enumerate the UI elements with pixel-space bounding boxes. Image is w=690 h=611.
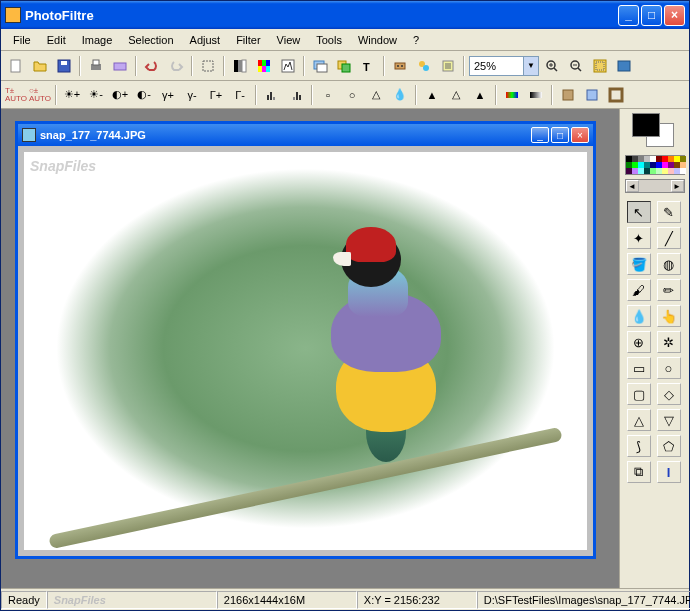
- zoom-select[interactable]: 25% ▼: [469, 56, 539, 76]
- grayscale-icon[interactable]: [229, 55, 251, 77]
- gamma-plus-icon[interactable]: γ+: [157, 84, 179, 106]
- lasso-icon[interactable]: ⟆: [627, 435, 651, 457]
- selection-rect-icon[interactable]: [197, 55, 219, 77]
- document-titlebar[interactable]: snap_177_7744.JPG _ □ ×: [18, 124, 593, 146]
- sharpen-icon[interactable]: ▫: [317, 84, 339, 106]
- palette-icon[interactable]: [253, 55, 275, 77]
- photo-mask-icon[interactable]: [581, 84, 603, 106]
- hue-icon[interactable]: ▲: [421, 84, 443, 106]
- levels-icon[interactable]: [277, 55, 299, 77]
- redo-icon[interactable]: [165, 55, 187, 77]
- menu-image[interactable]: Image: [74, 32, 121, 48]
- relief-icon[interactable]: ▲: [469, 84, 491, 106]
- frame-icon[interactable]: [605, 84, 627, 106]
- mdi-area[interactable]: snap_177_7744.JPG _ □ × SnapFiles: [1, 109, 619, 588]
- sharp-tool-icon[interactable]: ✲: [657, 331, 681, 353]
- magic-wand-icon[interactable]: ✦: [627, 227, 651, 249]
- spray-icon[interactable]: ◍: [657, 253, 681, 275]
- fit-window-icon[interactable]: [589, 55, 611, 77]
- gradient-icon[interactable]: [501, 84, 523, 106]
- print-icon[interactable]: [85, 55, 107, 77]
- sharpen-more-icon[interactable]: △: [365, 84, 387, 106]
- auto-contrast-icon[interactable]: ○±AUTO: [29, 84, 51, 106]
- menu-edit[interactable]: Edit: [39, 32, 74, 48]
- menu-file[interactable]: File: [5, 32, 39, 48]
- layers-icon[interactable]: [333, 55, 355, 77]
- line-icon[interactable]: ╱: [657, 227, 681, 249]
- zoom-out-icon[interactable]: [565, 55, 587, 77]
- soften-icon[interactable]: 💧: [389, 84, 411, 106]
- new-icon[interactable]: [5, 55, 27, 77]
- bright-minus-icon[interactable]: ☀-: [85, 84, 107, 106]
- smudge-icon[interactable]: 👆: [657, 305, 681, 327]
- eyedropper-icon[interactable]: ✎: [657, 201, 681, 223]
- svg-rect-43: [610, 89, 622, 101]
- menu-adjust[interactable]: Adjust: [182, 32, 229, 48]
- color-swatches[interactable]: [632, 113, 678, 151]
- bright-plus-icon[interactable]: ☀+: [61, 84, 83, 106]
- open-icon[interactable]: [29, 55, 51, 77]
- menu-window[interactable]: Window: [350, 32, 405, 48]
- dust-icon[interactable]: △: [445, 84, 467, 106]
- minimize-button[interactable]: _: [618, 5, 639, 26]
- titlebar[interactable]: PhotoFiltre _ □ ×: [1, 1, 689, 29]
- blur-icon[interactable]: ○: [341, 84, 363, 106]
- scroll-right-icon[interactable]: ►: [671, 180, 684, 192]
- scroll-left-icon[interactable]: ◄: [626, 180, 639, 192]
- rounded-rect-icon[interactable]: ▢: [627, 383, 651, 405]
- diamond-icon[interactable]: ◇: [657, 383, 681, 405]
- document-window[interactable]: snap_177_7744.JPG _ □ × SnapFiles: [15, 121, 596, 559]
- contrast-plus-icon[interactable]: ◐+: [109, 84, 131, 106]
- hist-right-icon[interactable]: [285, 84, 307, 106]
- svg-text:T: T: [363, 61, 370, 73]
- menu-view[interactable]: View: [269, 32, 309, 48]
- menu-selection[interactable]: Selection: [120, 32, 181, 48]
- doc-close-button[interactable]: ×: [571, 127, 589, 143]
- options-icon[interactable]: [437, 55, 459, 77]
- sat-plus-icon[interactable]: Γ+: [205, 84, 227, 106]
- plugin-icon[interactable]: [389, 55, 411, 77]
- chevron-down-icon[interactable]: ▼: [523, 57, 538, 75]
- hist-left-icon[interactable]: [261, 84, 283, 106]
- image-canvas[interactable]: SnapFiles: [18, 146, 593, 556]
- nudge-icon[interactable]: ⧉: [627, 461, 651, 483]
- zoom-in-icon[interactable]: [541, 55, 563, 77]
- menu-help[interactable]: ?: [405, 32, 427, 48]
- svg-rect-41: [563, 90, 573, 100]
- svg-rect-10: [258, 60, 262, 66]
- foreground-color[interactable]: [632, 113, 660, 137]
- brush-icon[interactable]: 🖌: [627, 279, 651, 301]
- sat-minus-icon[interactable]: Γ-: [229, 84, 251, 106]
- grayscale2-icon[interactable]: [525, 84, 547, 106]
- blur-tool-icon[interactable]: 💧: [627, 305, 651, 327]
- polygon-icon[interactable]: ⬠: [657, 435, 681, 457]
- pointer-icon[interactable]: ↖: [627, 201, 651, 223]
- svg-rect-4: [93, 60, 99, 65]
- adv-brush-icon[interactable]: ✏: [657, 279, 681, 301]
- text-icon[interactable]: T: [357, 55, 379, 77]
- clone-icon[interactable]: ⊕: [627, 331, 651, 353]
- triangle-down-icon[interactable]: ▽: [657, 409, 681, 431]
- fill-icon[interactable]: 🪣: [627, 253, 651, 275]
- menu-filter[interactable]: Filter: [228, 32, 268, 48]
- auto-levels-icon[interactable]: T±AUTO: [5, 84, 27, 106]
- undo-icon[interactable]: [141, 55, 163, 77]
- ellipse-shape-icon[interactable]: ○: [657, 357, 681, 379]
- text-tool-icon[interactable]: I: [657, 461, 681, 483]
- image-manager-icon[interactable]: [309, 55, 331, 77]
- scanner-icon[interactable]: [109, 55, 131, 77]
- close-button[interactable]: ×: [664, 5, 685, 26]
- rect-shape-icon[interactable]: ▭: [627, 357, 651, 379]
- effects-icon[interactable]: [413, 55, 435, 77]
- menu-tools[interactable]: Tools: [308, 32, 350, 48]
- save-icon[interactable]: [53, 55, 75, 77]
- fullscreen-icon[interactable]: [613, 55, 635, 77]
- doc-minimize-button[interactable]: _: [531, 127, 549, 143]
- gamma-minus-icon[interactable]: γ-: [181, 84, 203, 106]
- triangle-icon[interactable]: △: [627, 409, 651, 431]
- sepia-icon[interactable]: [557, 84, 579, 106]
- doc-maximize-button[interactable]: □: [551, 127, 569, 143]
- maximize-button[interactable]: □: [641, 5, 662, 26]
- palette-color[interactable]: [680, 168, 686, 174]
- contrast-minus-icon[interactable]: ◐-: [133, 84, 155, 106]
